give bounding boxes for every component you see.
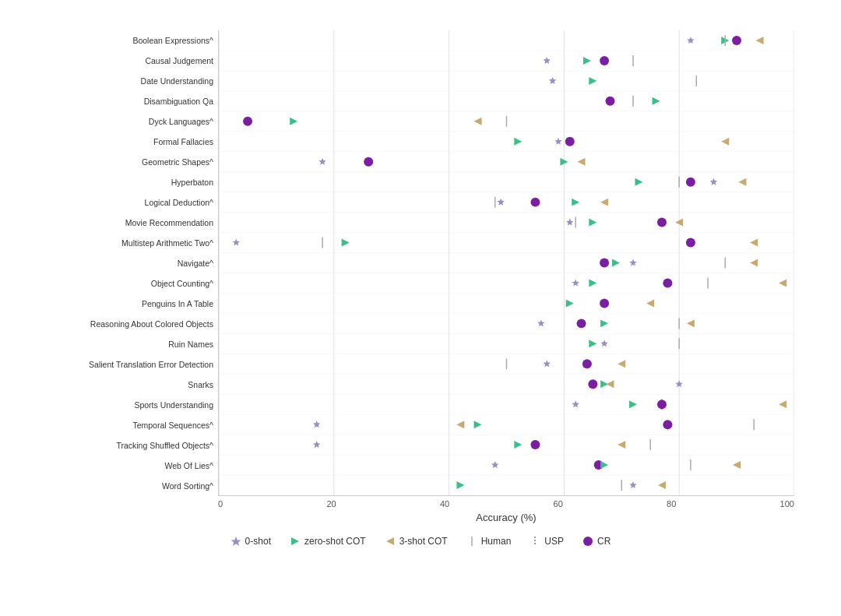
- svg-point-117: [530, 440, 540, 449]
- svg-marker-80: [572, 279, 579, 286]
- svg-marker-77: [629, 259, 636, 266]
- y-label-2: Date Understanding: [47, 71, 218, 91]
- y-label-19: Temporal Sequences^: [47, 415, 218, 435]
- triangle-left-icon: [385, 536, 396, 547]
- legend-cr-label: CR: [597, 536, 611, 547]
- svg-marker-70: [233, 239, 240, 246]
- svg-marker-44: [290, 118, 297, 125]
- svg-marker-47: [514, 138, 522, 146]
- x-label-0: 0: [218, 499, 223, 509]
- y-label-14: Reasoning About Colored Objects: [47, 314, 218, 334]
- y-label-3: Disambiguation Qa: [47, 91, 218, 111]
- svg-point-108: [657, 400, 667, 409]
- svg-marker-28: [687, 37, 694, 44]
- svg-point-40: [605, 97, 614, 106]
- svg-point-134: [583, 537, 593, 546]
- x-label-20: 20: [326, 499, 336, 509]
- y-label-21: Web Of Lies^: [47, 456, 218, 476]
- svg-point-101: [588, 379, 597, 389]
- svg-marker-103: [606, 380, 614, 388]
- svg-point-113: [663, 420, 672, 429]
- svg-marker-109: [779, 400, 786, 408]
- svg-point-73: [686, 238, 695, 248]
- legend-human-label: Human: [481, 536, 512, 547]
- svg-marker-51: [318, 158, 325, 165]
- legend-zero-cot-label: zero-shot COT: [304, 536, 366, 547]
- svg-point-49: [565, 137, 575, 146]
- svg-marker-118: [618, 441, 625, 449]
- y-label-1: Causal Judgement: [47, 51, 218, 71]
- svg-marker-55: [635, 178, 642, 186]
- svg-marker-35: [583, 57, 591, 65]
- svg-marker-64: [600, 199, 608, 206]
- cr-circle-icon: [582, 536, 593, 547]
- svg-marker-92: [687, 319, 695, 327]
- svg-marker-94: [600, 340, 607, 347]
- svg-marker-127: [629, 481, 636, 488]
- svg-marker-74: [750, 239, 758, 247]
- x-axis-title: Accuracy (%): [218, 512, 794, 523]
- svg-marker-116: [514, 441, 522, 449]
- svg-point-89: [577, 319, 586, 328]
- svg-marker-76: [612, 259, 620, 267]
- svg-marker-63: [572, 199, 579, 206]
- y-label-5: Formal Fallacies: [47, 132, 218, 152]
- svg-marker-48: [554, 138, 561, 145]
- svg-marker-115: [313, 441, 320, 448]
- svg-marker-106: [629, 400, 637, 408]
- usp-line-icon: [530, 536, 540, 547]
- svg-marker-97: [543, 360, 550, 367]
- chart-area: Boolean Expressions^Causal JudgementDate…: [47, 30, 794, 496]
- y-label-13: Penguins In A Table: [47, 294, 218, 314]
- legend-usp: USP: [530, 536, 564, 547]
- triangle-right-icon: [290, 536, 301, 547]
- plot-area: [218, 30, 794, 496]
- y-label-20: Tracking Shuffled Objects^: [47, 435, 218, 456]
- svg-marker-131: [386, 537, 394, 545]
- svg-point-86: [600, 298, 609, 308]
- svg-marker-72: [342, 239, 350, 247]
- svg-marker-58: [710, 178, 717, 185]
- y-label-17: Snarks: [47, 375, 218, 395]
- y-label-22: Word Sorting^: [47, 476, 218, 496]
- svg-marker-67: [589, 219, 596, 227]
- svg-marker-100: [618, 360, 625, 368]
- svg-marker-130: [291, 537, 299, 545]
- svg-marker-88: [537, 319, 544, 326]
- x-label-100: 100: [780, 499, 794, 509]
- svg-marker-112: [474, 421, 482, 428]
- svg-point-75: [600, 259, 609, 268]
- plot-svg: [219, 30, 794, 495]
- legend-0shot-label: 0-shot: [245, 536, 271, 547]
- svg-marker-129: [230, 537, 241, 546]
- svg-marker-111: [456, 421, 464, 428]
- legend-human: Human: [466, 536, 512, 547]
- svg-marker-42: [653, 97, 660, 105]
- svg-marker-37: [549, 77, 556, 84]
- svg-marker-90: [600, 319, 608, 327]
- y-label-12: Object Counting^: [47, 273, 218, 294]
- svg-marker-120: [491, 461, 498, 468]
- svg-marker-33: [543, 57, 550, 64]
- y-label-9: Movie Recommendation: [47, 213, 218, 233]
- y-label-11: Navigate^: [47, 253, 218, 273]
- x-label-80: 80: [667, 499, 676, 509]
- svg-point-62: [530, 198, 540, 207]
- svg-marker-110: [313, 421, 320, 428]
- y-label-10: Multistep Arithmetic Two^: [47, 233, 218, 253]
- svg-marker-45: [474, 118, 482, 125]
- legend-0shot: 0-shot: [230, 536, 271, 547]
- y-label-4: Dyck Languages^: [47, 111, 218, 132]
- y-labels: Boolean Expressions^Causal JudgementDate…: [47, 30, 218, 496]
- legend: 0-shot zero-shot COT 3-shot COT Human US…: [47, 536, 794, 547]
- y-label-15: Ruin Names: [47, 334, 218, 354]
- svg-marker-87: [646, 299, 654, 307]
- svg-point-57: [686, 178, 695, 187]
- legend-usp-label: USP: [544, 536, 564, 547]
- x-label-60: 60: [554, 499, 563, 509]
- svg-marker-59: [738, 178, 746, 186]
- x-axis-labels: 0 20 40 60 80 100: [47, 496, 794, 509]
- svg-point-34: [600, 56, 609, 65]
- y-label-16: Salient Translation Error Detection: [47, 354, 218, 375]
- chart-container: Boolean Expressions^Causal JudgementDate…: [39, 23, 802, 593]
